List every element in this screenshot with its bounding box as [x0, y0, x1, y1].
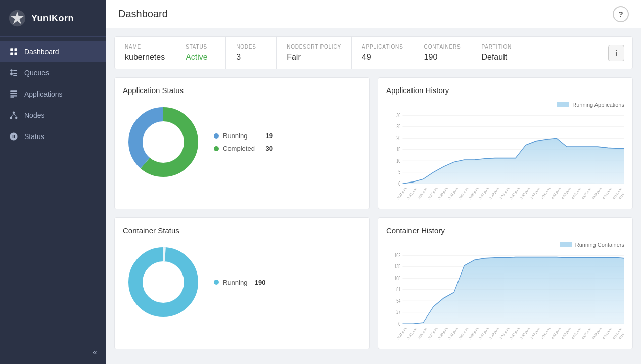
container-area-fill: [402, 257, 624, 324]
cluster-nodes-field: NODES 3: [226, 37, 277, 69]
sidebar-item-applications[interactable]: Applications: [0, 83, 106, 105]
sidebar-item-label: Status: [24, 132, 44, 141]
cluster-info-section: i: [600, 37, 632, 69]
sidebar-item-dashboard[interactable]: Dashboard: [0, 41, 106, 62]
svg-point-23: [143, 122, 184, 162]
svg-text:3:39 p.m.: 3:39 p.m.: [438, 186, 448, 201]
svg-text:3:41 p.m.: 3:41 p.m.: [448, 186, 459, 201]
sidebar-item-queues[interactable]: Queues: [0, 62, 106, 83]
running-dot: [214, 133, 219, 139]
svg-rect-4: [10, 53, 13, 55]
cluster-apps-field: APPLICATIONS 49: [352, 37, 414, 69]
cluster-containers-value: 190: [424, 53, 461, 62]
svg-text:4:01 p.m.: 4:01 p.m.: [551, 326, 561, 341]
cluster-nodesort-field: NODESORT POLICY Fair: [277, 37, 352, 69]
legend-label: Running Applications: [572, 102, 624, 108]
container-running-count: 190: [251, 279, 265, 286]
cluster-name-label: NAME: [125, 44, 165, 50]
legend-running: Running 19: [214, 132, 273, 140]
container-running-dot: [214, 280, 219, 285]
svg-point-63: [143, 262, 184, 302]
cluster-nodesort-value: Fair: [287, 53, 341, 62]
help-button[interactable]: ?: [613, 6, 629, 22]
svg-point-8: [10, 73, 13, 76]
svg-text:3:51 p.m.: 3:51 p.m.: [499, 326, 510, 341]
sidebar-app-name: YuniKorn: [31, 13, 74, 24]
cluster-bar: NAME kubernetes STATUS Active NODES 3 NO…: [114, 36, 633, 69]
page-title: Dashboard: [118, 8, 168, 20]
svg-text:4:07 p.m.: 4:07 p.m.: [581, 186, 592, 201]
svg-text:135: 135: [394, 264, 400, 269]
svg-text:3:51 p.m.: 3:51 p.m.: [499, 186, 510, 201]
svg-rect-12: [10, 90, 17, 92]
svg-text:30: 30: [396, 112, 400, 118]
app-status-legend: Running 19 Completed 30: [214, 132, 273, 152]
cluster-nodes-label: NODES: [236, 44, 266, 50]
legend-container-running: Running 190: [214, 279, 265, 286]
cluster-info-button[interactable]: i: [608, 45, 624, 61]
sidebar: YuniKorn Dashboard Queues: [0, 0, 106, 364]
charts-grid: Application Status Running: [106, 69, 641, 357]
svg-text:54: 54: [396, 298, 400, 303]
cluster-name-value: kubernetes: [125, 53, 165, 62]
running-label: Running: [223, 132, 247, 140]
cluster-apps-label: APPLICATIONS: [362, 44, 403, 50]
sidebar-collapse-button[interactable]: «: [0, 341, 106, 364]
main-content: Dashboard ? NAME kubernetes STATUS Activ…: [106, 0, 641, 364]
svg-text:0: 0: [398, 180, 400, 186]
sidebar-item-label: Applications: [24, 90, 63, 98]
svg-text:3:53 p.m.: 3:53 p.m.: [510, 186, 520, 201]
svg-line-20: [14, 114, 16, 117]
svg-rect-10: [13, 73, 17, 74]
svg-text:4:11 p.m.: 4:11 p.m.: [602, 186, 613, 201]
svg-text:108: 108: [394, 275, 400, 281]
queues-icon: [9, 68, 18, 77]
logo-icon: [8, 9, 26, 27]
svg-text:162: 162: [394, 252, 400, 258]
sidebar-nav: Dashboard Queues Applications: [0, 37, 106, 341]
svg-point-18: [15, 117, 18, 119]
svg-rect-5: [15, 53, 17, 55]
app-status-card: Application Status Running: [114, 77, 370, 209]
container-history-card: Container History Running Containers 0: [378, 217, 633, 349]
cluster-containers-field: CONTAINERS 190: [414, 37, 472, 69]
sidebar-item-nodes[interactable]: Nodes: [0, 105, 106, 126]
svg-rect-9: [13, 70, 17, 71]
svg-text:4:01 p.m.: 4:01 p.m.: [551, 186, 561, 201]
sidebar-item-status[interactable]: Status: [0, 126, 106, 147]
svg-text:4:05 p.m.: 4:05 p.m.: [571, 326, 582, 341]
container-status-title: Container Status: [123, 226, 361, 235]
running-count: 19: [259, 132, 273, 140]
svg-text:3:41 p.m.: 3:41 p.m.: [448, 326, 459, 341]
app-history-card: Application History Running Applications…: [378, 77, 633, 209]
svg-text:3:45 p.m.: 3:45 p.m.: [469, 186, 479, 201]
legend-rect: [557, 102, 569, 107]
svg-text:3:33 p.m.: 3:33 p.m.: [407, 326, 418, 341]
svg-text:4:09 p.m.: 4:09 p.m.: [591, 326, 602, 341]
app-status-title: Application Status: [123, 86, 361, 95]
container-history-svg: 0 27 54 81 108 135 162: [386, 250, 624, 341]
sidebar-item-label: Queues: [24, 69, 49, 77]
svg-text:3:33 p.m.: 3:33 p.m.: [407, 186, 418, 201]
cluster-partition-label: PARTITION: [481, 44, 512, 50]
app-status-donut: [123, 102, 204, 183]
app-history-title: Application History: [386, 86, 624, 95]
app-history-svg: 0 5 10 15 20 25 30: [386, 110, 624, 201]
svg-rect-14: [10, 95, 17, 96]
container-history-title: Container History: [386, 226, 624, 235]
svg-text:3:55 p.m.: 3:55 p.m.: [520, 326, 530, 341]
completed-count: 30: [259, 145, 273, 152]
container-status-donut: [123, 242, 204, 323]
applications-icon: [9, 89, 18, 99]
legend-completed: Completed 30: [214, 145, 273, 152]
container-running-label: Running: [223, 279, 247, 286]
cluster-status-field: STATUS Active: [175, 37, 226, 69]
svg-text:4:05 p.m.: 4:05 p.m.: [571, 186, 582, 201]
svg-text:0: 0: [398, 321, 400, 326]
svg-text:3:43 p.m.: 3:43 p.m.: [458, 186, 469, 201]
cluster-nodesort-label: NODESORT POLICY: [287, 44, 341, 50]
svg-text:4:11 p.m.: 4:11 p.m.: [602, 326, 613, 341]
container-status-card: Container Status Running 190: [114, 217, 370, 349]
sidebar-item-label: Dashboard: [24, 48, 59, 56]
svg-text:3:47 p.m.: 3:47 p.m.: [479, 186, 489, 201]
